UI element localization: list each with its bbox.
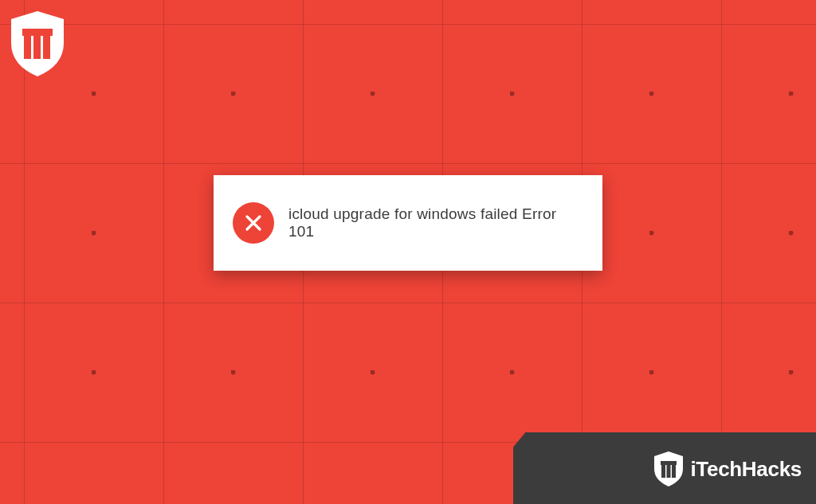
svg-rect-6: [667, 465, 671, 478]
brand-logo-top: [6, 8, 69, 80]
svg-rect-2: [33, 36, 41, 59]
svg-rect-4: [661, 461, 677, 465]
error-message-text: icloud upgrade for windows failed Error …: [288, 205, 583, 240]
brand-shield-icon: [652, 450, 685, 488]
brand-name-text: iTechHacks: [690, 457, 802, 482]
svg-rect-1: [24, 36, 31, 59]
error-icon-circle: [233, 202, 274, 244]
svg-rect-7: [672, 465, 676, 478]
svg-rect-5: [661, 465, 665, 478]
error-message-card: icloud upgrade for windows failed Error …: [214, 175, 602, 271]
brand-content: iTechHacks: [652, 450, 802, 488]
shield-logo-icon: [6, 8, 69, 80]
svg-rect-0: [22, 29, 53, 36]
brand-band: iTechHacks: [513, 416, 816, 504]
close-x-icon: [244, 213, 263, 232]
svg-rect-3: [43, 36, 50, 59]
